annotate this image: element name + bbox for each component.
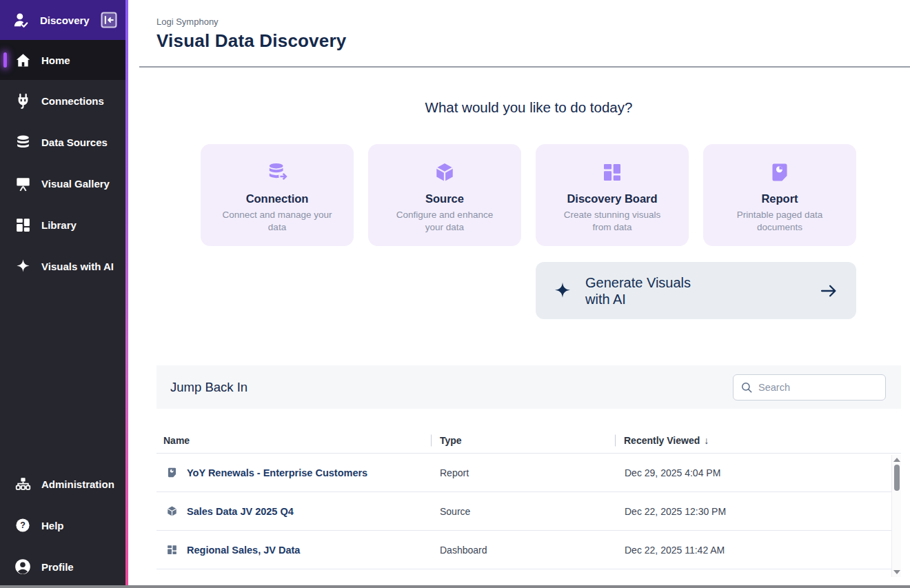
breadcrumb: Logi Symphony — [156, 17, 910, 27]
row-date: Dec 22, 2025 12:30 PM — [615, 506, 901, 517]
sidebar-nav: Home Connections Data Sources Visual Gal… — [0, 40, 128, 287]
table-row[interactable]: Sales Data JV 2025 Q4 Source Dec 22, 202… — [156, 492, 901, 531]
horizontal-scrollbar[interactable] — [0, 585, 910, 588]
row-date: Dec 29, 2025 4:04 PM — [615, 467, 901, 478]
sidebar-item-label: Help — [41, 520, 64, 531]
dashboard-icon — [601, 161, 623, 183]
table-row[interactable]: Regional Sales, JV Data Dashboard Dec 22… — [156, 531, 901, 569]
column-header-recently-viewed[interactable]: Recently Viewed↓ — [615, 435, 901, 446]
sidebar-item-visual-gallery[interactable]: Visual Gallery — [0, 163, 128, 204]
prompt-heading: What would you like to do today? — [156, 99, 901, 116]
sidebar-item-library[interactable]: Library — [0, 204, 128, 245]
scrollbar-thumb[interactable] — [894, 465, 900, 491]
sidebar-item-profile[interactable]: Profile — [0, 546, 128, 587]
cube-icon — [166, 505, 178, 517]
scroll-up-arrow[interactable] — [893, 458, 900, 462]
create-report-card[interactable]: Report Printable paged data documents — [703, 144, 856, 246]
recent-items-table: Name Type Recently Viewed↓ YoY Renewals … — [156, 427, 901, 576]
card-title: Connection — [246, 192, 309, 205]
report-icon — [166, 467, 178, 478]
database-icon — [14, 133, 32, 151]
row-name-link[interactable]: YoY Renewals - Enterprise Customers — [187, 467, 367, 478]
sidebar-item-label: Visual Gallery — [41, 178, 110, 190]
search-box[interactable] — [733, 374, 886, 401]
row-name-link[interactable]: Regional Sales, JV Data — [187, 545, 300, 556]
row-type: Report — [431, 467, 615, 478]
page-header: Logi Symphony Visual Data Discovery — [128, 0, 910, 52]
card-description: Create stunning visuals from data — [556, 209, 668, 234]
sidebar-gradient-border — [125, 0, 128, 588]
easel-icon — [14, 174, 32, 192]
user-circle-icon — [14, 558, 32, 576]
generate-visuals-ai-button[interactable]: Generate Visuals with AI — [536, 262, 856, 319]
arrow-right-icon — [819, 281, 838, 301]
home-icon — [14, 51, 32, 69]
sidebar-item-administration[interactable]: Administration — [0, 463, 128, 505]
row-type: Source — [431, 506, 615, 517]
sidebar-header: Discovery — [0, 0, 128, 40]
page-title: Visual Data Discovery — [156, 30, 910, 52]
active-indicator — [3, 52, 7, 68]
sidebar-item-data-sources[interactable]: Data Sources — [0, 121, 128, 163]
app-title: Discovery — [40, 14, 99, 26]
sidebar-item-label: Library — [41, 219, 77, 231]
table-scrollbar[interactable] — [891, 455, 901, 577]
sidebar-item-label: Data Sources — [41, 136, 108, 148]
row-type: Dashboard — [431, 545, 615, 556]
sparkle-icon — [552, 281, 573, 301]
sidebar-bottom-nav: Administration ? Help Profile — [0, 463, 128, 588]
sidebar-item-label: Profile — [41, 561, 74, 573]
search-input[interactable] — [758, 382, 878, 393]
row-date: Dec 22, 2025 11:42 AM — [615, 545, 901, 556]
table-header-row: Name Type Recently Viewed↓ — [156, 427, 901, 454]
main-content: Logi Symphony Visual Data Discovery What… — [128, 0, 910, 588]
app-window: Discovery Home Connections — [0, 0, 910, 588]
database-arrow-icon — [266, 161, 288, 183]
card-description: Connect and manage your data — [221, 209, 333, 234]
plug-icon — [14, 92, 32, 110]
column-label: Recently Viewed — [624, 435, 700, 446]
sidebar-item-label: Connections — [41, 95, 104, 107]
row-name-link[interactable]: Sales Data JV 2025 Q4 — [187, 506, 294, 517]
sidebar-collapse-button[interactable] — [99, 10, 119, 30]
column-header-type[interactable]: Type — [431, 435, 615, 446]
card-description: Configure and enhance your data — [389, 209, 501, 234]
card-title: Discovery Board — [567, 192, 657, 205]
question-circle-icon: ? — [14, 516, 32, 534]
sort-descending-icon[interactable]: ↓ — [704, 435, 709, 446]
grid-icon — [14, 216, 32, 234]
sidebar-item-help[interactable]: ? Help — [0, 505, 128, 546]
create-source-card[interactable]: Source Configure and enhance your data — [368, 144, 521, 246]
sparkle-icon — [14, 257, 32, 275]
create-connection-card[interactable]: Connection Connect and manage your data — [201, 144, 354, 246]
sidebar-item-home[interactable]: Home — [0, 40, 128, 80]
sidebar-item-connections[interactable]: Connections — [0, 80, 128, 121]
svg-text:?: ? — [20, 520, 26, 530]
ai-button-label: Generate Visuals with AI — [585, 274, 702, 307]
card-title: Source — [425, 192, 464, 205]
create-discovery-board-card[interactable]: Discovery Board Create stunning visuals … — [536, 144, 689, 246]
user-check-icon — [12, 11, 30, 29]
scroll-down-arrow[interactable] — [893, 570, 900, 574]
card-description: Printable paged data documents — [724, 209, 836, 234]
column-label: Type — [440, 435, 462, 446]
sidebar-item-label: Administration — [41, 478, 114, 490]
sidebar: Discovery Home Connections — [0, 0, 128, 588]
cube-icon — [434, 161, 456, 183]
jump-back-in-heading: Jump Back In — [170, 380, 247, 395]
sidebar-item-label: Visuals with AI — [41, 261, 114, 272]
dashboard-icon — [166, 544, 178, 556]
card-title: Report — [761, 192, 798, 205]
column-header-name[interactable]: Name — [156, 435, 431, 446]
search-icon — [740, 381, 753, 394]
sidebar-item-visuals-with-ai[interactable]: Visuals with AI — [0, 245, 128, 287]
header-divider — [139, 66, 910, 68]
table-body: YoY Renewals - Enterprise Customers Repo… — [156, 454, 901, 576]
report-icon — [769, 161, 791, 183]
sitemap-icon — [14, 475, 32, 493]
jump-back-in-banner: Jump Back In — [156, 365, 901, 409]
column-label: Name — [163, 435, 190, 446]
table-row[interactable]: YoY Renewals - Enterprise Customers Repo… — [156, 454, 901, 492]
create-cards-row: Connection Connect and manage your data … — [201, 144, 856, 246]
sidebar-item-label: Home — [41, 54, 70, 66]
